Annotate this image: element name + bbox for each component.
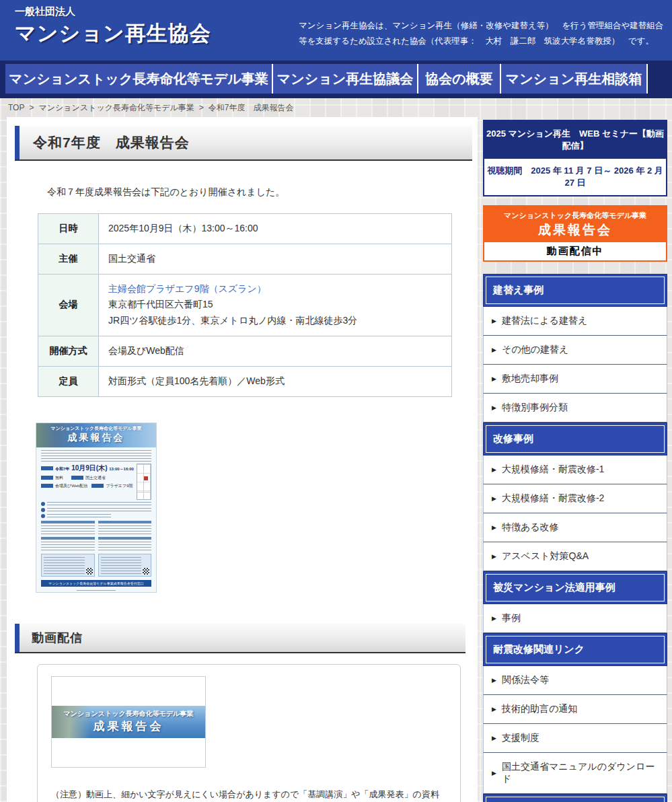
row-value-host: 国土交通省 bbox=[99, 244, 452, 274]
flyer-fee: 無料 bbox=[55, 475, 63, 481]
flyer-label-pill bbox=[41, 476, 53, 480]
video-banner-line2: 成果報告会 bbox=[94, 719, 164, 734]
row-label-venue: 会場 bbox=[38, 274, 99, 336]
sidebar-header-disaster-law[interactable]: 被災マンション法適用事例 bbox=[483, 571, 667, 604]
flyer-title-banner: マンションストック長寿命化等モデル事業 成果報告会 bbox=[36, 423, 156, 447]
table-row: 定員 対面形式（定員100名先着順）／Web形式 bbox=[38, 366, 452, 396]
flyer-program-label: マンションストック長寿命化等モデル事業 bbox=[36, 425, 156, 432]
venue-access: JR四ツ谷駅徒歩1分、東京メトロ丸ノ内線・南北線徒歩3分 bbox=[108, 315, 357, 326]
flyer-web-box bbox=[98, 554, 152, 577]
site-description-line2: 等を支援するため設立された協会（代表理事： 大村 謙二郎 筑波大学名誉教授） で… bbox=[299, 34, 665, 49]
sidebar-item-disaster-cases[interactable]: ▶事例 bbox=[483, 604, 667, 633]
sidebar-menu: 建替え事例 ▶建替法による建替え ▶その他の建替え ▶敷地売却事例 ▶特徴別事例… bbox=[483, 274, 667, 802]
flyer-date: 10月9日(木) bbox=[71, 464, 107, 472]
venue-link[interactable]: 主婦会館プラザエフ9階（スズラン） bbox=[108, 283, 266, 294]
site-description: マンション再生協会は、マンション再生（修繕・改修や建替え等） を行う管理組合や建… bbox=[299, 18, 665, 49]
breadcrumb-separator: > bbox=[29, 103, 34, 112]
sidebar-item-rebuild-law[interactable]: ▶建替法による建替え bbox=[483, 307, 667, 336]
row-label-format: 開催方式 bbox=[38, 336, 99, 366]
page-title: 令和7年度 成果報告会 bbox=[20, 126, 472, 159]
arrow-right-icon: ▶ bbox=[492, 376, 496, 382]
arrow-right-icon: ▶ bbox=[492, 405, 496, 411]
table-row: 会場 主婦会館プラザエフ9階（スズラン） 東京都千代田区六番町15 JR四ツ谷駅… bbox=[38, 274, 452, 336]
nav-item-consultation[interactable]: マンション再生相談箱 bbox=[501, 64, 648, 94]
row-value-datetime: 2025年10月9日（木）13:00～16:00 bbox=[99, 214, 452, 244]
flyer-results-grid bbox=[41, 521, 151, 550]
sidebar-item-asbestos-qa[interactable]: ▶アスベスト対策Q&A bbox=[483, 542, 667, 571]
flyer-label-pill bbox=[71, 476, 83, 480]
video-banner-link[interactable]: マンションストック長寿命化等モデル事業 成果報告会 bbox=[52, 706, 205, 738]
sidebar-item-technical-advice[interactable]: ▶技術的助言の通知 bbox=[483, 695, 667, 724]
flyer-label-pill bbox=[41, 466, 53, 470]
row-label-host: 主催 bbox=[38, 244, 99, 274]
sidebar-header-renovation[interactable]: 改修事例 bbox=[483, 423, 667, 455]
title-accent-bar bbox=[15, 126, 20, 159]
breadcrumb-model-project[interactable]: マンションストック長寿命化等モデル事業 bbox=[38, 102, 194, 114]
sidebar-item-repair-1[interactable]: ▶大規模修繕・耐震改修-1 bbox=[483, 455, 667, 484]
video-box: マンションストック長寿命化等モデル事業 成果報告会 （注意）動画上、細かい文字が… bbox=[37, 664, 461, 802]
web-seminar-title: 2025 マンション再生 WEB セミナー【動画配信】 bbox=[484, 121, 666, 159]
main-nav: マンションストック長寿命化等モデル事業 マンション再生協議会 協会の概要 マンシ… bbox=[0, 61, 672, 98]
org-name: マンション再生協会 bbox=[15, 20, 211, 48]
nav-item-model-project[interactable]: マンションストック長寿命化等モデル事業 bbox=[5, 64, 273, 94]
arrow-right-icon: ▶ bbox=[492, 706, 496, 713]
flyer-label-pill bbox=[91, 484, 104, 488]
sidebar-item-site-sale[interactable]: ▶敷地売却事例 bbox=[483, 365, 667, 394]
video-section-heading-bar: 動画配信 bbox=[15, 624, 465, 653]
flyer-format: 会場及びWeb配信 bbox=[55, 483, 87, 489]
intro-text: 令和７年度成果報告会は下記のとおり開催されました。 bbox=[47, 186, 478, 198]
video-banner-line1: マンションストック長寿命化等モデル事業 bbox=[64, 709, 194, 719]
flyer-intro-text bbox=[41, 450, 151, 462]
nav-item-about[interactable]: 協会の概要 bbox=[418, 64, 501, 94]
event-flyer-thumbnail[interactable]: マンションストック長寿命化等モデル事業 成果報告会 令和7年 10月9日(木) … bbox=[36, 423, 157, 593]
page-title-bar: 令和7年度 成果報告会 bbox=[15, 126, 472, 161]
arrow-right-icon: ▶ bbox=[492, 347, 496, 353]
sidebar-item-other-rebuild[interactable]: ▶その他の建替え bbox=[483, 336, 667, 365]
flyer-contact-bar: マンションストック長寿命化等モデル事業成果報告会受付窓口 bbox=[41, 580, 151, 587]
row-value-format: 会場及びWeb配信 bbox=[99, 336, 452, 366]
sidebar-item-repair-2[interactable]: ▶大規模修繕・耐震改修-2 bbox=[483, 484, 667, 513]
arrow-right-icon: ▶ bbox=[492, 770, 496, 776]
video-section-heading: 動画配信 bbox=[20, 624, 465, 652]
arrow-right-icon: ▶ bbox=[492, 554, 496, 560]
arrow-right-icon: ▶ bbox=[492, 525, 496, 531]
sidebar-item-support-system[interactable]: ▶支援制度 bbox=[483, 724, 667, 753]
table-row: 日時 2025年10月9日（木）13:00～16:00 bbox=[38, 214, 452, 244]
sidebar-header-public-bodies[interactable]: 公益法人・地方公共団体等 bbox=[483, 794, 667, 802]
arrow-right-icon: ▶ bbox=[492, 318, 496, 324]
row-label-datetime: 日時 bbox=[38, 214, 99, 244]
flyer-host: 国土交通省 bbox=[85, 475, 106, 481]
report-banner[interactable]: マンションストック長寿命化等モデル事業 成果報告会 動画配信中 bbox=[483, 205, 667, 262]
event-info-table: 日時 2025年10月9日（木）13:00～16:00 主催 国土交通省 会場 … bbox=[38, 213, 452, 397]
sidebar-item-mlit-manual[interactable]: ▶国土交通省マニュアルのダウンロード bbox=[483, 753, 667, 794]
report-banner-status: 動画配信中 bbox=[484, 242, 666, 260]
arrow-right-icon: ▶ bbox=[492, 735, 496, 741]
sidebar-item-unique-renovation[interactable]: ▶特徴ある改修 bbox=[483, 513, 667, 542]
arrow-right-icon: ▶ bbox=[492, 678, 496, 684]
main-content: 令和7年度 成果報告会 令和７年度成果報告会は下記のとおり開催されました。 日時… bbox=[7, 117, 478, 802]
sidebar-header-seismic-links[interactable]: 耐震改修関連リンク bbox=[483, 633, 667, 666]
video-note: （注意）動画上、細かい文字が見えにくい場合がありますので「基調講演」や「成果発表… bbox=[51, 786, 447, 802]
web-seminar-banner[interactable]: 2025 マンション再生 WEB セミナー【動画配信】 視聴期間 2025 年 … bbox=[483, 120, 667, 196]
flyer-access-map bbox=[137, 464, 151, 500]
heading-accent-bar bbox=[15, 624, 20, 652]
arrow-right-icon: ▶ bbox=[492, 496, 496, 502]
flyer-label-pill bbox=[41, 484, 53, 488]
flyer-contact-mail bbox=[77, 588, 116, 591]
venue-address: 東京都千代田区六番町15 bbox=[108, 299, 213, 309]
table-row: 主催 国土交通省 bbox=[38, 244, 452, 274]
sidebar-item-case-category[interactable]: ▶特徴別事例分類 bbox=[483, 394, 667, 423]
site-description-line1: マンション再生協会は、マンション再生（修繕・改修や建替え等） を行う管理組合や建… bbox=[299, 18, 665, 34]
flyer-venue: プラザエフ9階 bbox=[106, 483, 133, 489]
site-logo[interactable]: 一般社団法人 マンション再生協会 bbox=[15, 5, 211, 48]
breadcrumb: TOP > マンションストック長寿命化等モデル事業 > 令和7年度 成果報告会 bbox=[0, 98, 672, 117]
sidebar-header-rebuild[interactable]: 建替え事例 bbox=[483, 274, 667, 307]
sidebar-item-related-laws[interactable]: ▶関係法令等 bbox=[483, 666, 667, 695]
nav-item-council[interactable]: マンション再生協議会 bbox=[273, 64, 418, 94]
flyer-title: 成果報告会 bbox=[36, 432, 156, 444]
breadcrumb-top[interactable]: TOP bbox=[8, 103, 24, 112]
report-banner-program: マンションストック長寿命化等モデル事業 bbox=[486, 211, 665, 221]
table-row: 開催方式 会場及びWeb配信 bbox=[38, 336, 452, 366]
flyer-program-list bbox=[41, 502, 151, 518]
row-value-venue: 主婦会館プラザエフ9階（スズラン） 東京都千代田区六番町15 JR四ツ谷駅徒歩1… bbox=[99, 274, 452, 336]
